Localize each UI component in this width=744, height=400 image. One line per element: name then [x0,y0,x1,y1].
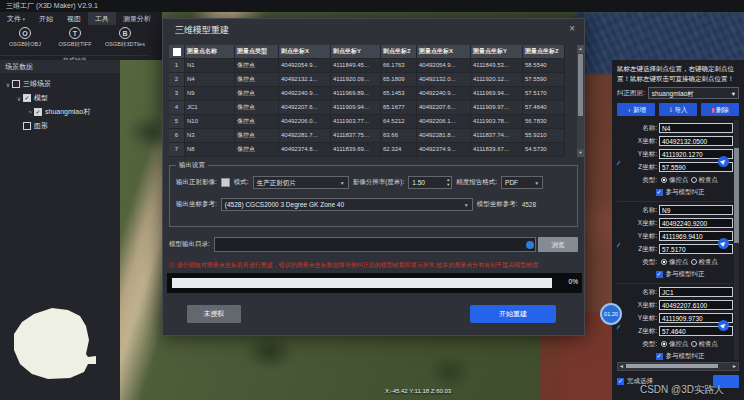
table-cell: 57.5590 [523,73,565,87]
horizontal-scrollbar[interactable]: ◄ ► [617,362,739,371]
tool-OSGB转OBJ[interactable]: OOSGB转OBJ [0,27,50,54]
menu-tab-测量分析[interactable]: 测量分析 [116,12,158,25]
import-points-button[interactable]: ⇩导入 [659,103,697,116]
point-name-input[interactable]: N9 [659,205,733,215]
finish-checkbox[interactable]: ✓ [617,378,624,385]
output-dir-input[interactable] [214,237,536,252]
point-list: ✓名称:N4X坐标:40492132.0500Y坐标:4111920.1270Z… [617,120,739,360]
close-icon[interactable]: × [569,23,575,34]
radio-check-point[interactable] [691,259,697,265]
table-row[interactable]: 3N9像控点40492240.9...4111969.89...65.14534… [169,87,580,101]
field-label: Z坐标: [627,327,657,336]
point-name-input[interactable]: N4 [659,123,733,133]
tree-caret-icon[interactable]: ∨ [4,81,12,88]
table-row[interactable]: 7N8像控点40492374.8...4111839.69...62.32440… [169,143,580,157]
convert-icon: O [19,27,31,39]
check-icon: ✓ [617,158,622,171]
menu-tab-视图[interactable]: 视图 [60,12,88,25]
select-all-checkbox[interactable] [173,48,181,56]
table-cell: 40492240.9... [279,87,331,101]
visibility-checkbox[interactable] [23,122,31,130]
field-label: 类型: [627,258,657,267]
vertical-scrollbar[interactable] [734,120,739,360]
table-cell: 56.7830 [523,115,565,129]
tree-caret-icon[interactable]: > [26,109,34,115]
point-x-input[interactable]: 40492207.6100 [659,300,733,310]
field-label: 类型: [627,176,657,185]
select-all-cell[interactable] [169,45,185,59]
minimap[interactable] [0,300,120,400]
point-name-input[interactable]: JC1 [659,287,733,297]
menu-tab-开始[interactable]: 开始 [32,12,60,25]
layer-select[interactable]: shuangmiao村 ▾ [648,87,739,99]
menu-tab-工具[interactable]: 工具 [88,12,116,25]
participate-checkbox[interactable]: ✓ [656,271,663,278]
visibility-checkbox[interactable]: ✓ [23,94,31,102]
table-cell: 40492374.9... [417,143,471,157]
table-row[interactable]: 6N3像控点40492281.7...4111837.75...63.66404… [169,129,580,143]
table-cell: 65.1677 [381,101,417,115]
scrollbar-thumb[interactable] [578,54,583,116]
participate-checkbox[interactable]: ✓ [656,353,663,360]
mode-select[interactable]: 生产正射切片▼ [253,176,349,189]
report-format-select[interactable]: PDF▼ [501,176,543,189]
browse-button[interactable]: 浏览 [538,237,578,252]
scroll-down-icon[interactable]: ▼ [577,149,584,157]
scroll-left-icon[interactable]: ◄ [618,363,625,370]
spinner-arrows-icon[interactable]: ▲▼ [446,177,450,187]
add-point-button[interactable]: ＋新增 [617,103,655,116]
table-cell: 4111909.97... [471,101,523,115]
table-cell: 57.4640 [523,101,565,115]
menu-tab-文件[interactable]: 文件 ▾ [0,12,32,25]
field-label: 类型: [627,340,657,349]
resolution-stepper[interactable]: 1.50 ▲▼ [408,176,452,189]
tool-OSGB转3DTiles[interactable]: BOSGB转3DTiles [100,27,150,54]
table-row[interactable]: 4JC1像控点40492207.6...4111909.94...65.1677… [169,101,580,115]
table-scrollbar[interactable]: ▲ ▼ [577,45,584,157]
radio-check-point[interactable] [691,341,697,347]
tree-item-模型[interactable]: ∨✓模型 [0,91,120,105]
start-rebuild-button[interactable]: 开始重建 [470,305,556,323]
watermark: CSDN @3D实路人 [640,383,724,397]
tree-caret-icon[interactable]: ∨ [15,95,23,102]
scroll-up-icon[interactable]: ▲ [577,45,584,53]
radio-control-point[interactable] [661,177,667,183]
field-label: X坐标: [627,219,657,228]
table-row[interactable]: 5N10像控点40492206.0...4111903.77...64.5212… [169,115,580,129]
table-cell: N9 [185,87,235,101]
ortho-label: 输出正射影像: [176,178,217,187]
tree-item-shuangmiao村[interactable]: >✓shuangmiao村 [0,105,120,119]
point-x-input[interactable]: 40492240.9200 [659,218,733,228]
tree-item-图形[interactable]: 图形 [0,119,120,133]
layer-label: 纠正图层: [617,89,645,98]
table-row[interactable]: 2N4像控点40492132.1...4111920.09...65.18094… [169,73,580,87]
unauthorized-button[interactable]: 未授权 [187,305,241,323]
row-number: 1 [169,59,185,73]
column-header: 测量点名称 [185,45,235,59]
scroll-right-icon[interactable]: ► [731,363,738,370]
table-cell: 66.1763 [381,59,417,73]
table-row[interactable]: 1N1像控点40492054.9...4111849.45...66.17634… [169,59,580,73]
ortho-checkbox[interactable] [221,178,230,187]
tree-item-三维场景[interactable]: ∨三维场景 [0,77,120,91]
crs-label: 输出坐标参考: [176,200,217,209]
visibility-checkbox[interactable]: ✓ [34,108,42,116]
column-header: 测量点类型 [235,45,279,59]
visibility-checkbox[interactable] [12,80,20,88]
point-x-input[interactable]: 40492132.0500 [659,136,733,146]
scrollbar-thumb[interactable] [626,364,718,368]
participate-checkbox[interactable]: ✓ [656,189,663,196]
table-cell: 4111837.75... [331,129,381,143]
table-cell: 64.5212 [381,115,417,129]
convert-icon: T [69,27,81,39]
radio-check-point[interactable] [691,177,697,183]
delete-point-button[interactable]: ▮删除 [701,103,739,116]
table-cell: 4111969.94... [471,87,523,101]
tool-OSGB转TIFF[interactable]: TOSGB转TIFF [50,27,100,54]
radio-control-point[interactable] [661,259,667,265]
crs-select[interactable]: (4528) CGCS2000 3 Degree GK Zone 40▼ [221,198,473,211]
table-cell: 4111839.69... [331,143,381,157]
tree-item-label: 模型 [34,93,48,103]
field-label: Y坐标: [627,232,657,241]
radio-control-point[interactable] [661,341,667,347]
